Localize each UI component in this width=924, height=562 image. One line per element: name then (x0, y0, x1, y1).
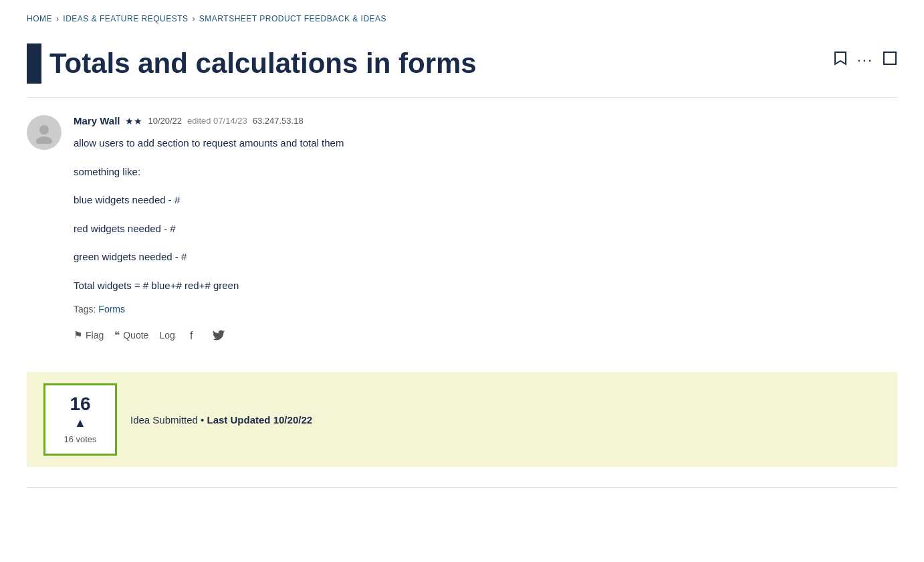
author-stars: ★★ (125, 116, 142, 126)
vote-box[interactable]: 16 ▲ 16 votes (43, 383, 117, 456)
last-updated-label: Last Updated (207, 414, 271, 426)
svg-rect-3 (187, 329, 200, 342)
flag-label: Flag (86, 330, 104, 341)
tags-label: Tags: (74, 304, 96, 314)
author-name: Mary Wall (74, 115, 120, 126)
post-content: Mary Wall ★★ 10/20/22 edited 07/14/23 63… (74, 115, 897, 343)
quote-label: Quote (123, 330, 148, 341)
svg-rect-0 (884, 52, 896, 64)
vote-arrow-icon: ▲ (74, 416, 86, 430)
bottom-divider (27, 487, 897, 488)
log-label: Log (159, 330, 175, 341)
post-actions: ⚑ Flag ❝ Quote Log f (74, 328, 897, 343)
title-row: Totals and calculations in forms ··· (27, 43, 897, 84)
facebook-icon[interactable]: f (186, 328, 201, 343)
body-line-4: red widgets needed - # (74, 221, 897, 237)
post-date: 10/20/22 (148, 116, 182, 126)
body-line-6: Total widgets = # blue+# red+# green (74, 278, 897, 294)
log-action[interactable]: Log (159, 330, 175, 341)
breadcrumb-home[interactable]: HOME (27, 14, 52, 23)
post-ip: 63.247.53.18 (253, 116, 304, 126)
title-divider (27, 97, 897, 98)
quote-action[interactable]: ❝ Quote (114, 329, 148, 341)
expand-icon[interactable] (883, 51, 897, 69)
svg-text:f: f (190, 330, 193, 341)
bookmark-icon[interactable] (833, 50, 848, 70)
quote-icon: ❝ (114, 329, 120, 341)
vote-section: 16 ▲ 16 votes Idea Submitted • Last Upda… (27, 372, 897, 467)
vote-label: 16 votes (64, 434, 96, 444)
post-meta: Mary Wall ★★ 10/20/22 edited 07/14/23 63… (74, 115, 897, 126)
avatar (27, 115, 62, 150)
body-line-2: something like: (74, 165, 897, 180)
title-accent (27, 43, 41, 84)
breadcrumb-product[interactable]: SMARTSHEET PRODUCT FEEDBACK & IDEAS (199, 14, 386, 23)
svg-point-1 (39, 125, 49, 134)
breadcrumb-sep-1: › (56, 13, 59, 23)
idea-status: Idea Submitted • Last Updated 10/20/22 (130, 414, 312, 426)
breadcrumb: HOME › IDEAS & FEATURE REQUESTS › SMARTS… (27, 13, 897, 23)
title-actions: ··· (833, 43, 897, 70)
tags-line: Tags: Forms (74, 304, 897, 314)
twitter-icon[interactable] (211, 328, 226, 343)
last-updated-date: 10/20/22 (273, 414, 312, 426)
body-line-1: allow users to add section to request am… (74, 136, 897, 151)
body-line-5: green widgets needed - # (74, 250, 897, 265)
breadcrumb-ideas[interactable]: IDEAS & FEATURE REQUESTS (63, 14, 188, 23)
page-title: Totals and calculations in forms (49, 48, 477, 80)
title-left: Totals and calculations in forms (27, 43, 477, 84)
tag-forms[interactable]: Forms (98, 304, 125, 314)
flag-action[interactable]: ⚑ Flag (74, 329, 104, 341)
more-icon[interactable]: ··· (857, 52, 873, 69)
svg-point-2 (36, 136, 52, 144)
post-body: allow users to add section to request am… (74, 136, 897, 293)
breadcrumb-sep-2: › (193, 13, 195, 23)
status-sep: • (201, 414, 207, 426)
status-text: Idea Submitted (130, 414, 198, 426)
post-edited: edited 07/14/23 (187, 116, 247, 126)
flag-icon: ⚑ (74, 329, 82, 341)
vote-count: 16 (70, 395, 90, 413)
body-line-3: blue widgets needed - # (74, 193, 897, 208)
post-area: Mary Wall ★★ 10/20/22 edited 07/14/23 63… (27, 108, 897, 359)
